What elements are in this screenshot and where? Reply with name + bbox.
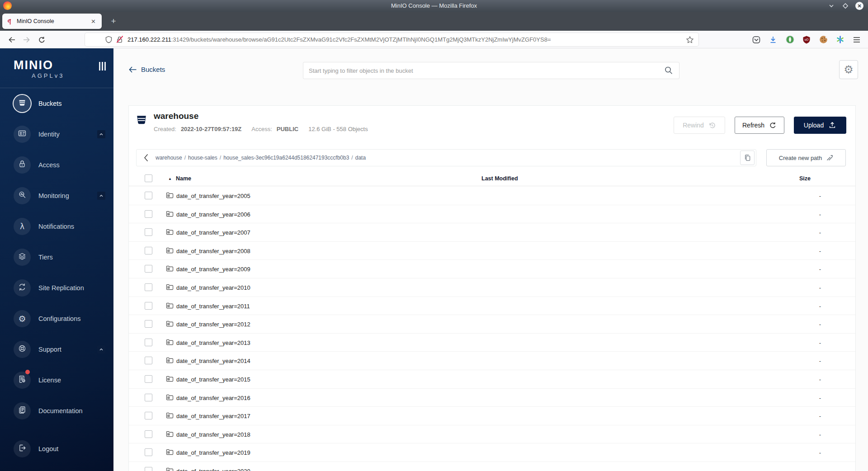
column-last-modified[interactable]: Last Modified: [481, 175, 518, 182]
sidebar-item-site-replication[interactable]: Site Replication: [14, 279, 108, 297]
table-row[interactable]: date_of_transfer_year=2008 -: [129, 242, 855, 260]
forward-icon[interactable]: [20, 33, 33, 46]
ublock-origin-icon[interactable]: uO: [800, 33, 813, 46]
sidebar-item-documentation[interactable]: Documentation: [14, 402, 108, 419]
table-row[interactable]: date_of_transfer_year=2015 -: [129, 370, 855, 389]
search-input[interactable]: [309, 67, 664, 74]
hamburger-menu-icon[interactable]: [850, 33, 863, 46]
row-checkbox[interactable]: [145, 357, 152, 364]
row-checkbox[interactable]: [145, 430, 152, 438]
object-name[interactable]: date_of_transfer_year=2011: [176, 303, 250, 310]
sidebar-item-configurations[interactable]: ⚙ Configurations: [14, 310, 108, 327]
create-new-path-button[interactable]: Create new path: [766, 149, 846, 166]
bucket-settings-button[interactable]: ⚙: [839, 60, 858, 79]
table-row[interactable]: date_of_transfer_year=2012 -: [129, 315, 855, 334]
row-checkbox[interactable]: [145, 302, 152, 310]
object-name[interactable]: date_of_transfer_year=2006: [176, 211, 250, 218]
row-checkbox[interactable]: [145, 394, 152, 401]
row-checkbox[interactable]: [145, 265, 152, 273]
sort-asc-icon[interactable]: ▲: [168, 177, 172, 181]
object-name[interactable]: date_of_transfer_year=2012: [176, 321, 250, 328]
object-name[interactable]: date_of_transfer_year=2018: [176, 431, 250, 438]
tab-close-icon[interactable]: ✕: [89, 17, 98, 26]
object-name[interactable]: date_of_transfer_year=2019: [176, 449, 250, 456]
table-row[interactable]: date_of_transfer_year=2007 -: [129, 223, 855, 242]
table-row[interactable]: date_of_transfer_year=2009 -: [129, 260, 855, 278]
row-checkbox[interactable]: [145, 320, 152, 328]
row-checkbox[interactable]: [145, 467, 152, 471]
sidebar-item-access[interactable]: Access: [14, 156, 108, 174]
table-row[interactable]: date_of_transfer_year=2005 -: [129, 187, 855, 205]
downloads-icon[interactable]: [767, 33, 779, 46]
table-row[interactable]: date_of_transfer_year=2018 -: [129, 425, 855, 444]
column-name[interactable]: Name: [176, 175, 191, 182]
rewind-button[interactable]: Rewind: [674, 117, 725, 134]
object-name[interactable]: date_of_transfer_year=2008: [176, 248, 250, 254]
back-icon[interactable]: [5, 33, 18, 46]
table-row[interactable]: date_of_transfer_year=2014 -: [129, 352, 855, 370]
row-checkbox[interactable]: [145, 283, 152, 291]
table-row[interactable]: date_of_transfer_year=2020 -: [129, 462, 855, 471]
sidebar-collapse-icon[interactable]: [99, 62, 106, 71]
object-name[interactable]: date_of_transfer_year=2014: [176, 358, 250, 364]
row-checkbox[interactable]: [145, 210, 152, 218]
url-bar[interactable]: 217.160.222.211:31429/buckets/warehouse/…: [85, 33, 698, 46]
sidebar-item-monitoring[interactable]: Monitoring: [14, 187, 108, 204]
shield-icon[interactable]: [105, 36, 113, 43]
row-checkbox[interactable]: [145, 339, 152, 346]
sidebar-item-support[interactable]: Support: [14, 341, 108, 358]
new-tab-button[interactable]: +: [108, 15, 119, 27]
table-row[interactable]: date_of_transfer_year=2017 -: [129, 407, 855, 425]
tab-minio-console[interactable]: MinIO Console ✕: [2, 14, 102, 29]
object-name[interactable]: date_of_transfer_year=2013: [176, 339, 250, 346]
row-checkbox[interactable]: [145, 192, 152, 199]
table-row[interactable]: date_of_transfer_year=2013 -: [129, 334, 855, 352]
sidebar-item-buckets[interactable]: Buckets: [14, 95, 108, 112]
row-checkbox[interactable]: [145, 247, 152, 254]
sidebar-item-notifications[interactable]: λ Notifications: [14, 218, 108, 235]
object-name[interactable]: date_of_transfer_year=2005: [176, 193, 250, 199]
sidebar-item-logout[interactable]: Logout: [14, 440, 108, 457]
object-name[interactable]: date_of_transfer_year=2016: [176, 395, 250, 401]
breadcrumb-item[interactable]: house_sales-3ec96c19a6244d5186247193cccf…: [223, 155, 349, 161]
object-name[interactable]: date_of_transfer_year=2010: [176, 284, 250, 291]
column-size[interactable]: Size: [799, 175, 811, 182]
table-row[interactable]: date_of_transfer_year=2011 -: [129, 297, 855, 316]
table-row[interactable]: date_of_transfer_year=2016 -: [129, 389, 855, 407]
row-checkbox[interactable]: [145, 375, 152, 383]
object-name[interactable]: date_of_transfer_year=2020: [176, 468, 250, 471]
insecure-lock-icon[interactable]: [116, 36, 123, 43]
row-checkbox[interactable]: [145, 412, 152, 419]
table-row[interactable]: date_of_transfer_year=2010 -: [129, 278, 855, 297]
table-row[interactable]: date_of_transfer_year=2006 -: [129, 205, 855, 224]
privacy-extension-icon[interactable]: [783, 33, 796, 46]
back-to-buckets-link[interactable]: Buckets: [128, 66, 165, 73]
row-checkbox[interactable]: [145, 228, 152, 236]
breadcrumb-item[interactable]: warehouse: [156, 155, 182, 161]
sidebar-item-license[interactable]: License: [14, 372, 108, 389]
pocket-icon[interactable]: [750, 33, 763, 46]
window-close-icon[interactable]: ✕: [855, 2, 863, 10]
object-name[interactable]: date_of_transfer_year=2015: [176, 376, 250, 383]
url-text[interactable]: 217.160.222.211:31429/buckets/warehouse/…: [127, 36, 686, 43]
access-value[interactable]: PUBLIC: [277, 126, 298, 132]
chevron-up-icon[interactable]: [97, 130, 105, 138]
path-back-button[interactable]: [137, 153, 156, 162]
colorful-extension-icon[interactable]: [834, 33, 846, 46]
refresh-button[interactable]: Refresh: [735, 117, 784, 134]
window-maximize-icon[interactable]: [841, 2, 849, 10]
reload-icon[interactable]: [35, 33, 48, 46]
breadcrumb-item[interactable]: data: [355, 155, 366, 161]
select-all-checkbox[interactable]: [145, 174, 152, 182]
sidebar-item-identity[interactable]: Identity: [14, 126, 108, 143]
object-name[interactable]: date_of_transfer_year=2007: [176, 229, 250, 236]
chevron-up-icon[interactable]: [97, 345, 105, 353]
object-name[interactable]: date_of_transfer_year=2009: [176, 266, 250, 273]
row-checkbox[interactable]: [145, 448, 152, 456]
table-row[interactable]: date_of_transfer_year=2019 -: [129, 443, 855, 462]
copy-path-button[interactable]: [740, 151, 755, 165]
object-name[interactable]: date_of_transfer_year=2017: [176, 413, 250, 419]
bookmark-star-icon[interactable]: [686, 36, 694, 44]
window-minimize-icon[interactable]: [827, 2, 835, 10]
upload-button[interactable]: Upload: [794, 117, 846, 134]
